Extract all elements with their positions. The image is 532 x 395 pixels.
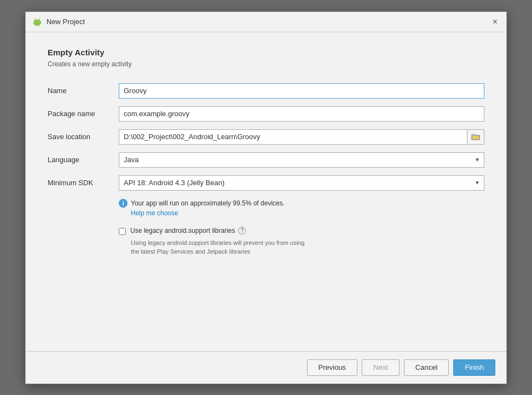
- folder-icon: [471, 133, 480, 140]
- name-input[interactable]: [119, 83, 484, 99]
- language-select-wrapper: Java Kotlin ▼: [119, 152, 484, 168]
- svg-rect-8: [33, 22, 34, 24]
- previous-button[interactable]: Previous: [307, 359, 358, 376]
- next-button[interactable]: Next: [362, 359, 400, 376]
- dialog-content: Empty Activity Creates a new empty activ…: [26, 32, 506, 351]
- svg-point-3: [38, 21, 39, 22]
- dialog-footer: Previous Next Cancel Finish: [26, 351, 506, 383]
- min-sdk-label: Minimum SDK: [48, 179, 119, 187]
- language-select[interactable]: Java Kotlin: [119, 152, 484, 168]
- cancel-button[interactable]: Cancel: [404, 359, 449, 376]
- package-input[interactable]: [119, 106, 484, 122]
- save-location-input[interactable]: [119, 129, 467, 145]
- min-sdk-select-wrapper: API 18: Android 4.3 (Jelly Bean) API 21:…: [119, 175, 484, 191]
- svg-rect-11: [38, 25, 39, 26]
- language-row: Language Java Kotlin ▼: [48, 152, 484, 168]
- close-button[interactable]: ×: [490, 16, 500, 27]
- name-row: Name: [48, 83, 484, 99]
- package-row: Package name: [48, 106, 484, 122]
- info-text: Your app will run on approximately 99.5%…: [131, 199, 285, 207]
- svg-rect-10: [36, 25, 37, 26]
- legacy-checkbox-label: Use legacy android.support libraries ?: [130, 227, 246, 234]
- svg-rect-9: [40, 22, 41, 24]
- save-location-label: Save location: [48, 133, 119, 141]
- title-bar: New Project ×: [26, 12, 506, 32]
- legacy-description: Using legacy android.support libraries w…: [119, 238, 484, 256]
- title-bar-left: New Project: [32, 17, 85, 27]
- package-label: Package name: [48, 110, 119, 118]
- svg-point-2: [36, 21, 37, 22]
- finish-button[interactable]: Finish: [453, 359, 495, 376]
- legacy-checkbox[interactable]: [119, 228, 126, 235]
- help-me-choose-link[interactable]: Help me choose: [131, 209, 178, 217]
- svg-point-6: [34, 18, 35, 19]
- android-icon: [32, 17, 42, 27]
- legacy-help-icon[interactable]: ?: [238, 227, 246, 234]
- min-sdk-select[interactable]: API 18: Android 4.3 (Jelly Bean) API 21:…: [119, 175, 484, 191]
- info-row: i Your app will run on approximately 99.…: [119, 198, 484, 218]
- new-project-dialog: New Project × Empty Activity Creates a n…: [25, 12, 507, 384]
- info-text-block: Your app will run on approximately 99.5%…: [131, 198, 285, 218]
- section-title: Empty Activity: [48, 48, 484, 57]
- language-label: Language: [48, 156, 119, 164]
- section-subtitle: Creates a new empty activity: [48, 60, 484, 68]
- info-icon: i: [119, 199, 128, 208]
- name-label: Name: [48, 87, 119, 95]
- svg-point-7: [39, 18, 40, 19]
- legacy-checkbox-row: Use legacy android.support libraries ?: [119, 227, 484, 235]
- folder-browse-button[interactable]: [467, 129, 484, 145]
- save-location-row: Save location: [48, 129, 484, 145]
- dialog-title: New Project: [47, 18, 85, 26]
- save-location-group: [119, 129, 484, 145]
- svg-rect-1: [34, 22, 40, 25]
- min-sdk-row: Minimum SDK API 18: Android 4.3 (Jelly B…: [48, 175, 484, 191]
